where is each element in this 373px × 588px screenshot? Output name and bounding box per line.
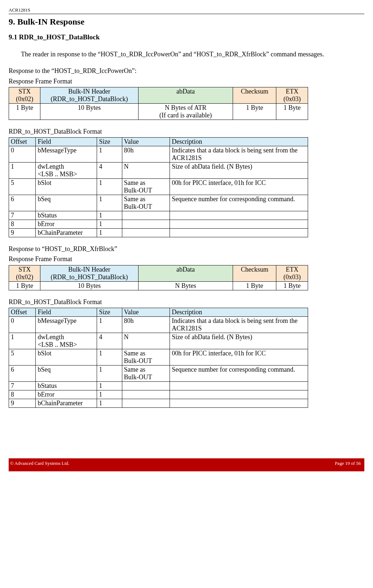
table-row: 9 bChainParameter 1 (9, 399, 308, 408)
cell: Same asBulk-OUT (122, 195, 170, 211)
section-title: 9. Bulk-IN Response (9, 17, 364, 27)
subsection-title: 9.1 RDR_to_HOST_DataBlock (9, 33, 364, 41)
frame-body-cell: 10 Bytes (40, 103, 138, 120)
cell: Same asBulk-OUT (122, 349, 170, 366)
cell: 1 (97, 229, 122, 237)
cell (170, 229, 308, 237)
table-row: 1 dwLength<LSB .. MSB> 4 N Size of abDat… (9, 163, 308, 179)
table-row: 1 Byte 10 Bytes N Bytes of ATR(If card i… (9, 103, 308, 120)
cell: bStatus (36, 382, 97, 390)
cell (122, 229, 170, 237)
cell: Same asBulk-OUT (122, 179, 170, 195)
cell: Sequence number for corresponding comman… (170, 195, 308, 211)
cell: 7 (9, 382, 36, 390)
cell: Size of abData field. (N Bytes) (170, 333, 308, 349)
cell (122, 382, 170, 390)
cell (122, 211, 170, 220)
cell (170, 211, 308, 220)
datablock-format-label: RDR_to_HOST_DataBlock Format (9, 127, 364, 136)
frame-body-cell: N Bytes (138, 281, 233, 290)
cell: 4 (97, 163, 122, 179)
frame-header-stx: STX(0x02) (9, 87, 40, 103)
cell: 9 (9, 229, 36, 237)
col-header: Description (170, 308, 308, 317)
frame-body-cell: 1 Byte (9, 103, 40, 120)
frame-format-label: Response Frame Format (9, 77, 364, 86)
frame-table-1: STX(0x02) Bulk-IN Header(RDR_to_HOST_Dat… (9, 87, 308, 120)
cell: 7 (9, 211, 36, 220)
cell: 1 (97, 399, 122, 408)
table-row: 1 Byte 10 Bytes N Bytes 1 Byte 1 Byte (9, 281, 308, 290)
cell: 4 (97, 333, 122, 349)
cell: dwLength<LSB .. MSB> (36, 333, 97, 349)
table-row: 7 bStatus 1 (9, 382, 308, 390)
table-row: 0 bMessageType 1 80h Indicates that a da… (9, 146, 308, 163)
page-number: Page 19 of 56 (335, 461, 361, 466)
frame-body-cell: 1 Byte (233, 103, 276, 120)
cell: bChainParameter (36, 399, 97, 408)
cell: bSeq (36, 366, 97, 382)
cell (122, 399, 170, 408)
frame-body-cell: 1 Byte (276, 103, 308, 120)
col-header: Offset (9, 308, 36, 317)
cell: 8 (9, 220, 36, 229)
cell (170, 220, 308, 229)
response-2-label: Response to “HOST_to_RDR_XfrBlock” (9, 245, 364, 253)
frame-header-stx: STX(0x02) (9, 265, 40, 281)
cell (122, 220, 170, 229)
col-header: Description (170, 138, 308, 146)
cell: 00h for PICC interface, 01h for ICC (170, 179, 308, 195)
page-footer: © Advanced Card Systems Ltd. Page 19 of … (9, 458, 364, 471)
cell: 1 (97, 317, 122, 333)
table-row: 8 bError 1 (9, 220, 308, 229)
frame-table-2: STX(0x02) Bulk-IN Header(RDR_to_HOST_Dat… (9, 265, 308, 290)
cell: bMessageType (36, 317, 97, 333)
frame-header-abdata: abData (138, 265, 233, 281)
cell: 1 (97, 195, 122, 211)
cell: Indicates that a data block is being sen… (170, 317, 308, 333)
cell (170, 390, 308, 399)
response-1-label: Response to the “HOST_to_RDR_IccPowerOn”… (9, 66, 364, 75)
cell: 80h (122, 317, 170, 333)
col-header: Size (97, 138, 122, 146)
table-row: 5 bSlot 1 Same asBulk-OUT 00h for PICC i… (9, 349, 308, 366)
cell: Indicates that a data block is being sen… (170, 146, 308, 163)
cell (170, 399, 308, 408)
cell: 1 (97, 382, 122, 390)
table-row: 7 bStatus 1 (9, 211, 308, 220)
cell: 6 (9, 366, 36, 382)
table-row: 9 bChainParameter 1 (9, 229, 308, 237)
cell: bStatus (36, 211, 97, 220)
frame-header-abdata: abData (138, 87, 233, 103)
cell (122, 390, 170, 399)
table-row: Offset Field Size Value Description (9, 308, 308, 317)
intro-paragraph: The reader in response to the “HOST_to_R… (9, 50, 364, 59)
cell: 1 (97, 146, 122, 163)
cell: 1 (97, 366, 122, 382)
frame-header-bulkin: Bulk-IN Header(RDR_to_HOST_DataBlock) (40, 87, 138, 103)
cell: 5 (9, 349, 36, 366)
cell: bSeq (36, 195, 97, 211)
table-row: 6 bSeq 1 Same asBulk-OUT Sequence number… (9, 195, 308, 211)
cell: 0 (9, 146, 36, 163)
frame-header-checksum: Checksum (233, 87, 276, 103)
cell: 1 (97, 211, 122, 220)
format-table-2: Offset Field Size Value Description 0 bM… (9, 308, 308, 408)
cell: Sequence number for corresponding comman… (170, 366, 308, 382)
cell: 1 (97, 390, 122, 399)
col-header: Value (122, 138, 170, 146)
cell: dwLength<LSB .. MSB> (36, 163, 97, 179)
frame-body-cell: 1 Byte (233, 281, 276, 290)
cell: 6 (9, 195, 36, 211)
col-header: Offset (9, 138, 36, 146)
table-row: 5 bSlot 1 Same asBulk-OUT 00h for PICC i… (9, 179, 308, 195)
table-row: STX(0x02) Bulk-IN Header(RDR_to_HOST_Dat… (9, 265, 308, 281)
frame-header-bulkin: Bulk-IN Header(RDR_to_HOST_DataBlock) (40, 265, 138, 281)
cell: 1 (97, 349, 122, 366)
frame-body-cell: N Bytes of ATR(If card is available) (138, 103, 233, 120)
col-header: Field (36, 308, 97, 317)
cell: 0 (9, 317, 36, 333)
format-table-1: Offset Field Size Value Description 0 bM… (9, 137, 308, 237)
table-row: STX(0x02) Bulk-IN Header(RDR_to_HOST_Dat… (9, 87, 308, 103)
table-row: 6 bSeq 1 Same asBulk-OUT Sequence number… (9, 366, 308, 382)
